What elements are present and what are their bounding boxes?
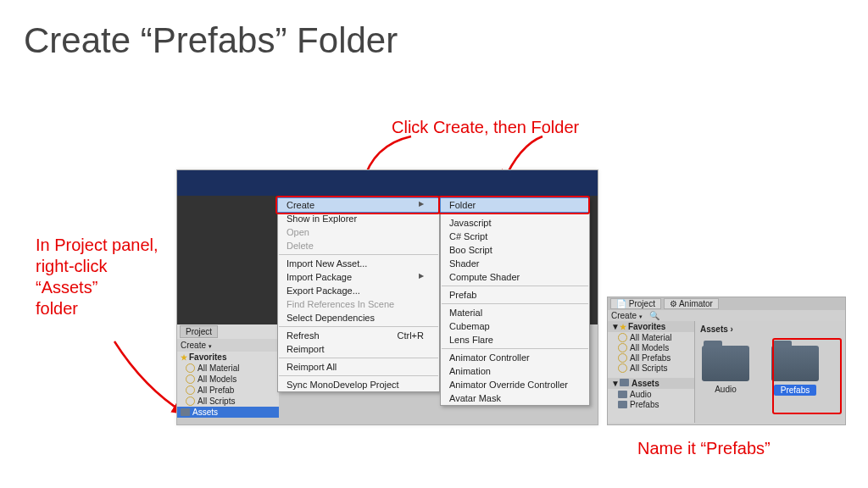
menu-item[interactable]: Select Dependencies	[278, 311, 439, 324]
menu-item[interactable]: Animator Controller	[441, 351, 589, 364]
result-tab-animator[interactable]: ⚙ Animator	[664, 298, 719, 309]
menu-item[interactable]: Export Package...	[278, 284, 439, 297]
menu-folder[interactable]: Folder	[440, 197, 590, 213]
menu-item[interactable]: Shader	[441, 257, 589, 270]
result-screenshot: 📄 Project ⚙ Animator Create ▾ 🔍 ▼★Favori…	[607, 297, 846, 425]
tree-item[interactable]: Audio	[608, 389, 694, 399]
folder-audio[interactable]: Audio	[700, 346, 751, 396]
menu-item[interactable]: Prefab	[441, 288, 589, 302]
create-dropdown[interactable]: Create ▾	[181, 341, 212, 350]
breadcrumb[interactable]: Assets ›	[700, 324, 840, 337]
menu-item[interactable]: Javascript	[441, 216, 589, 230]
menu-item[interactable]: Avatar Mask	[441, 391, 589, 405]
menu-item[interactable]: Import New Asset...	[278, 257, 439, 270]
fav-item[interactable]: All Prefab	[177, 385, 279, 396]
menu-item[interactable]: Import Package▶	[278, 270, 439, 284]
menu-item[interactable]: Show in Explorer	[278, 212, 439, 225]
fav-item[interactable]: All Models	[177, 374, 279, 385]
menu-item[interactable]: Compute Shader	[441, 270, 589, 284]
slide-title: Create “Prefabs” Folder	[24, 20, 398, 61]
content-pane: Assets › Audio Prefabs	[695, 321, 845, 423]
menu-item[interactable]: Cubemap	[441, 319, 589, 333]
fav-item[interactable]: All Models	[608, 342, 694, 352]
context-menu-2: Folder Javascript C# Script Boo Script S…	[440, 197, 590, 406]
menu-item[interactable]: C# Script	[441, 230, 589, 243]
annotation-top: Click Create, then Folder	[392, 117, 579, 138]
project-panel: Project Create ▾ ★Favorites All Material…	[177, 324, 279, 418]
assets-folder-selected[interactable]: Assets	[177, 407, 279, 418]
menu-refresh[interactable]: RefreshCtrl+R	[278, 329, 439, 342]
project-tab[interactable]: Project	[180, 325, 218, 338]
fav-item[interactable]: All Scripts	[608, 363, 694, 373]
menu-item[interactable]: Reimport	[278, 342, 439, 356]
folder-icon	[702, 346, 749, 381]
menu-item[interactable]: Sync MonoDevelop Project	[278, 378, 439, 391]
assets-header[interactable]: ▼Assets	[608, 378, 694, 389]
fav-header[interactable]: ▼★Favorites	[608, 321, 694, 332]
create-dropdown-2[interactable]: Create ▾	[611, 311, 643, 320]
menu-item[interactable]: Animator Override Controller	[441, 378, 589, 391]
menu-item[interactable]: Lens Flare	[441, 333, 589, 347]
menu-item: Open	[278, 225, 439, 239]
fav-item[interactable]: All Material	[608, 332, 694, 342]
menu-create[interactable]: Create▶	[277, 197, 440, 213]
menu-item: Find References In Scene	[278, 297, 439, 311]
tree-item[interactable]: Prefabs	[608, 399, 694, 409]
center-screenshot: Project Create ▾ ★Favorites All Material…	[176, 169, 598, 425]
folder-prefabs[interactable]: Prefabs	[770, 346, 821, 396]
annotation-left: In Project panel, right-click “Assets” f…	[36, 235, 159, 319]
fav-item[interactable]: All Scripts	[177, 396, 279, 407]
menu-item[interactable]: Material	[441, 306, 589, 319]
context-menu-1: Create▶ Show in Explorer Open Delete Imp…	[277, 197, 440, 392]
favorites-header[interactable]: ★Favorites	[177, 352, 279, 363]
menu-item[interactable]: Animation	[441, 364, 589, 378]
annotation-bottomright: Name it “Prefabs”	[637, 438, 771, 459]
menu-item[interactable]: Reimport All	[278, 360, 439, 374]
menu-item[interactable]: Boo Script	[441, 243, 589, 257]
fav-item[interactable]: All Prefabs	[608, 352, 694, 363]
result-tab-project[interactable]: 📄 Project	[610, 298, 661, 309]
fav-item[interactable]: All Material	[177, 363, 279, 374]
menu-item: Delete	[278, 239, 439, 252]
result-tree: ▼★Favorites All Material All Models All …	[608, 321, 695, 423]
folder-icon	[771, 346, 819, 381]
